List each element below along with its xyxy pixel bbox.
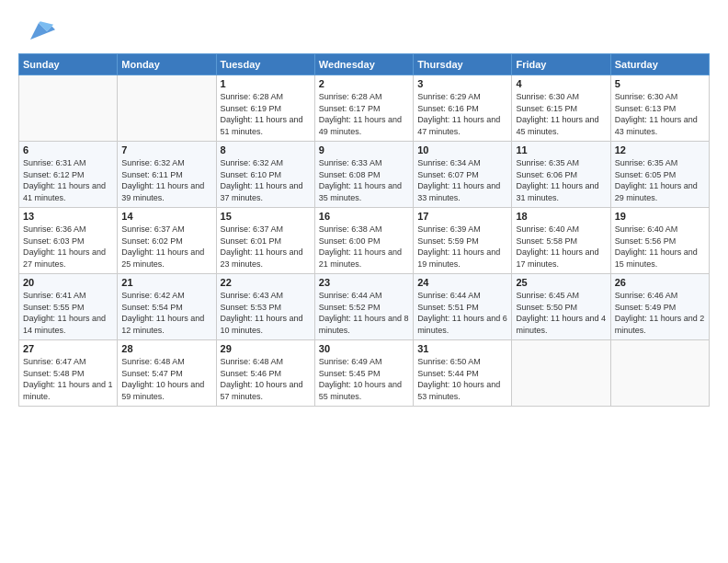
day-info: Sunrise: 6:40 AM Sunset: 5:56 PM Dayligh… xyxy=(615,224,705,270)
weekday-header: Wednesday xyxy=(314,54,413,75)
daylight-text: Daylight: 11 hours and 15 minutes. xyxy=(615,247,698,269)
calendar-cell: 29 Sunrise: 6:48 AM Sunset: 5:46 PM Dayl… xyxy=(216,340,314,407)
day-info: Sunrise: 6:37 AM Sunset: 6:02 PM Dayligh… xyxy=(121,224,211,270)
sunrise-text: Sunrise: 6:32 AM xyxy=(121,158,185,167)
calendar-week-row: 6 Sunrise: 6:31 AM Sunset: 6:12 PM Dayli… xyxy=(19,142,710,208)
calendar-cell: 30 Sunrise: 6:49 AM Sunset: 5:45 PM Dayl… xyxy=(314,340,413,407)
day-number: 20 xyxy=(23,277,113,288)
calendar-cell: 25 Sunrise: 6:45 AM Sunset: 5:50 PM Dayl… xyxy=(512,274,610,340)
sunset-text: Sunset: 5:49 PM xyxy=(615,303,677,312)
sunrise-text: Sunrise: 6:35 AM xyxy=(516,158,579,167)
sunrise-text: Sunrise: 6:44 AM xyxy=(417,291,481,300)
sunrise-text: Sunrise: 6:42 AM xyxy=(121,291,185,300)
sunrise-text: Sunrise: 6:44 AM xyxy=(319,291,382,300)
sunset-text: Sunset: 5:48 PM xyxy=(23,369,85,378)
sunset-text: Sunset: 5:44 PM xyxy=(417,369,479,378)
calendar-week-row: 13 Sunrise: 6:36 AM Sunset: 6:03 PM Dayl… xyxy=(19,208,710,274)
daylight-text: Daylight: 11 hours and 49 minutes. xyxy=(319,115,402,136)
daylight-text: Daylight: 11 hours and 17 minutes. xyxy=(516,247,598,269)
day-number: 6 xyxy=(23,144,113,155)
daylight-text: Daylight: 11 hours and 29 minutes. xyxy=(615,181,698,202)
day-info: Sunrise: 6:37 AM Sunset: 6:01 PM Dayligh… xyxy=(221,224,311,270)
daylight-text: Daylight: 11 hours and 23 minutes. xyxy=(221,247,303,269)
sunset-text: Sunset: 6:00 PM xyxy=(319,236,381,246)
calendar-cell: 28 Sunrise: 6:48 AM Sunset: 5:47 PM Dayl… xyxy=(118,340,216,407)
sunrise-text: Sunrise: 6:30 AM xyxy=(516,92,579,101)
weekday-header: Tuesday xyxy=(216,54,314,75)
page: SundayMondayTuesdayWednesdayThursdayFrid… xyxy=(0,0,728,563)
sunset-text: Sunset: 5:47 PM xyxy=(121,369,183,378)
sunset-text: Sunset: 6:12 PM xyxy=(23,170,85,179)
weekday-header: Friday xyxy=(512,54,610,75)
sunset-text: Sunset: 6:10 PM xyxy=(221,170,282,179)
logo xyxy=(18,18,55,44)
sunrise-text: Sunrise: 6:35 AM xyxy=(615,158,678,167)
sunset-text: Sunset: 5:53 PM xyxy=(221,303,282,312)
daylight-text: Daylight: 11 hours and 27 minutes. xyxy=(23,247,106,269)
calendar-cell: 8 Sunrise: 6:32 AM Sunset: 6:10 PM Dayli… xyxy=(216,142,314,208)
day-number: 19 xyxy=(615,211,705,222)
sunrise-text: Sunrise: 6:49 AM xyxy=(319,357,382,366)
sunset-text: Sunset: 6:15 PM xyxy=(516,104,577,113)
day-number: 21 xyxy=(121,277,211,288)
calendar-cell: 10 Sunrise: 6:34 AM Sunset: 6:07 PM Dayl… xyxy=(414,142,512,208)
sunrise-text: Sunrise: 6:40 AM xyxy=(615,224,678,234)
calendar-cell xyxy=(118,75,216,142)
day-info: Sunrise: 6:30 AM Sunset: 6:13 PM Dayligh… xyxy=(615,91,705,137)
day-number: 10 xyxy=(417,144,507,155)
daylight-text: Daylight: 10 hours and 53 minutes. xyxy=(417,380,500,401)
sunset-text: Sunset: 6:06 PM xyxy=(516,170,577,179)
day-number: 15 xyxy=(221,211,311,222)
sunrise-text: Sunrise: 6:33 AM xyxy=(319,158,382,167)
day-info: Sunrise: 6:39 AM Sunset: 5:59 PM Dayligh… xyxy=(417,224,507,270)
calendar-cell: 27 Sunrise: 6:47 AM Sunset: 5:48 PM Dayl… xyxy=(19,340,118,407)
day-info: Sunrise: 6:42 AM Sunset: 5:54 PM Dayligh… xyxy=(121,290,211,336)
calendar-cell: 12 Sunrise: 6:35 AM Sunset: 6:05 PM Dayl… xyxy=(610,142,709,208)
day-number: 27 xyxy=(23,343,113,354)
daylight-text: Daylight: 11 hours and 39 minutes. xyxy=(121,181,204,202)
day-number: 12 xyxy=(615,144,705,155)
day-number: 4 xyxy=(516,78,606,89)
day-info: Sunrise: 6:50 AM Sunset: 5:44 PM Dayligh… xyxy=(417,356,507,402)
day-info: Sunrise: 6:41 AM Sunset: 5:55 PM Dayligh… xyxy=(23,290,113,336)
day-info: Sunrise: 6:32 AM Sunset: 6:11 PM Dayligh… xyxy=(121,157,211,203)
sunrise-text: Sunrise: 6:39 AM xyxy=(417,224,481,234)
daylight-text: Daylight: 11 hours and 31 minutes. xyxy=(516,181,598,202)
day-number: 26 xyxy=(615,277,705,288)
daylight-text: Daylight: 11 hours and 45 minutes. xyxy=(516,115,598,136)
day-number: 17 xyxy=(417,211,507,222)
day-info: Sunrise: 6:35 AM Sunset: 6:05 PM Dayligh… xyxy=(615,157,705,203)
calendar-cell: 17 Sunrise: 6:39 AM Sunset: 5:59 PM Dayl… xyxy=(414,208,512,274)
sunrise-text: Sunrise: 6:41 AM xyxy=(23,291,86,300)
sunrise-text: Sunrise: 6:46 AM xyxy=(615,291,678,300)
sunset-text: Sunset: 6:13 PM xyxy=(615,104,677,113)
calendar-cell: 20 Sunrise: 6:41 AM Sunset: 5:55 PM Dayl… xyxy=(19,274,118,340)
day-number: 16 xyxy=(319,211,409,222)
weekday-header: Saturday xyxy=(610,54,709,75)
weekday-header: Monday xyxy=(118,54,216,75)
calendar-cell: 16 Sunrise: 6:38 AM Sunset: 6:00 PM Dayl… xyxy=(314,208,413,274)
calendar-cell: 7 Sunrise: 6:32 AM Sunset: 6:11 PM Dayli… xyxy=(118,142,216,208)
calendar-cell: 24 Sunrise: 6:44 AM Sunset: 5:51 PM Dayl… xyxy=(414,274,512,340)
calendar-week-row: 27 Sunrise: 6:47 AM Sunset: 5:48 PM Dayl… xyxy=(19,340,710,407)
day-info: Sunrise: 6:30 AM Sunset: 6:15 PM Dayligh… xyxy=(516,91,606,137)
day-number: 1 xyxy=(221,78,311,89)
sunrise-text: Sunrise: 6:47 AM xyxy=(23,357,86,366)
calendar-cell: 4 Sunrise: 6:30 AM Sunset: 6:15 PM Dayli… xyxy=(512,75,610,142)
calendar-cell: 19 Sunrise: 6:40 AM Sunset: 5:56 PM Dayl… xyxy=(610,208,709,274)
calendar-cell: 2 Sunrise: 6:28 AM Sunset: 6:17 PM Dayli… xyxy=(314,75,413,142)
day-number: 28 xyxy=(121,343,211,354)
sunrise-text: Sunrise: 6:29 AM xyxy=(417,92,481,101)
day-info: Sunrise: 6:36 AM Sunset: 6:03 PM Dayligh… xyxy=(23,224,113,270)
calendar-cell xyxy=(512,340,610,407)
daylight-text: Daylight: 11 hours and 47 minutes. xyxy=(417,115,500,136)
header xyxy=(18,15,710,44)
calendar-cell xyxy=(610,340,709,407)
calendar-table: SundayMondayTuesdayWednesdayThursdayFrid… xyxy=(18,53,710,407)
daylight-text: Daylight: 11 hours and 8 minutes. xyxy=(319,314,409,335)
day-info: Sunrise: 6:43 AM Sunset: 5:53 PM Dayligh… xyxy=(221,290,311,336)
daylight-text: Daylight: 11 hours and 19 minutes. xyxy=(417,247,500,269)
day-number: 22 xyxy=(221,277,311,288)
sunrise-text: Sunrise: 6:38 AM xyxy=(319,224,382,234)
sunset-text: Sunset: 6:08 PM xyxy=(319,170,381,179)
